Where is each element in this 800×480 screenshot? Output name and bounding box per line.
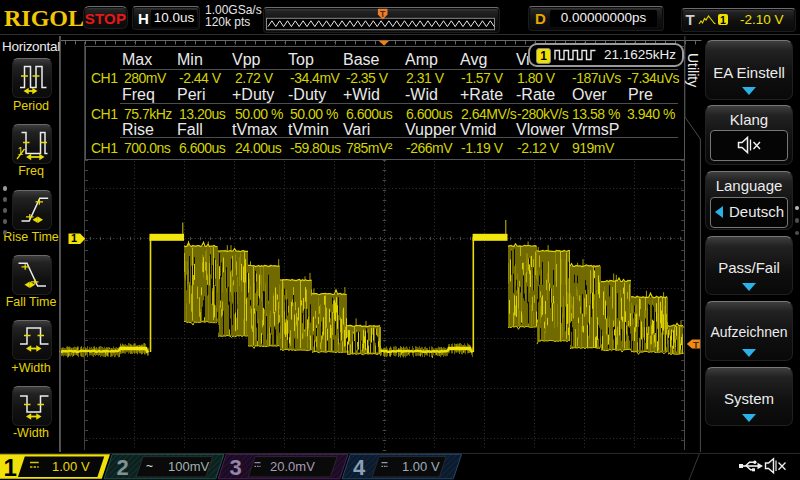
svg-text:20.0mV: 20.0mV [270,459,315,474]
svg-text:3: 3 [230,455,242,480]
svg-text:~: ~ [146,459,153,473]
svg-text:1: 1 [4,454,17,480]
svg-text:1: 1 [71,232,77,244]
svg-text:4: 4 [353,455,366,480]
svg-text:T: T [380,9,386,19]
svg-text:1.00 V: 1.00 V [402,459,440,474]
svg-text:2: 2 [117,455,129,480]
svg-text:1.00 V: 1.00 V [52,459,90,474]
svg-text:100mV: 100mV [168,459,210,474]
